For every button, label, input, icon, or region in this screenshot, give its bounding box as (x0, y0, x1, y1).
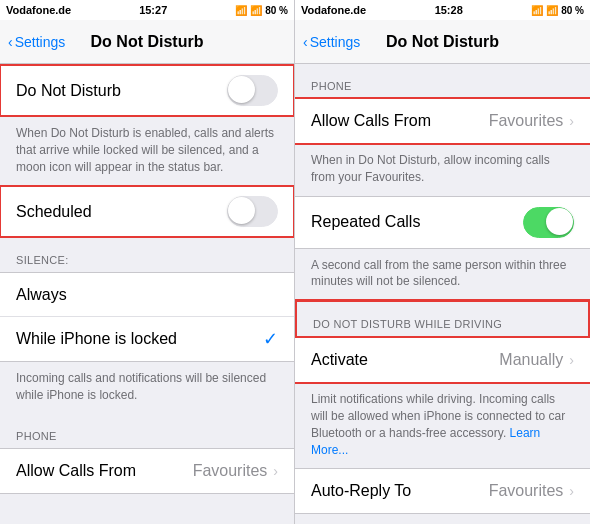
dnd-description: When Do Not Disturb is enabled, calls an… (0, 117, 294, 185)
auto-reply-row[interactable]: Auto-Reply To Favourites › (295, 469, 590, 513)
always-label: Always (16, 286, 278, 304)
checkmark-icon: ✓ (263, 328, 278, 350)
phone-header-right: PHONE (295, 64, 590, 98)
auto-reply-label: Auto-Reply To (311, 482, 489, 500)
status-left-right: Vodafone.de (301, 4, 366, 16)
scheduled-label: Scheduled (16, 203, 227, 221)
time-left: 15:27 (139, 4, 167, 16)
status-left: Vodafone.de (6, 4, 71, 16)
nav-title-left: Do Not Disturb (91, 33, 204, 51)
dnd-row[interactable]: Do Not Disturb (0, 65, 294, 116)
allow-calls-value-left: Favourites (193, 462, 268, 480)
repeated-calls-group: Repeated Calls (295, 196, 590, 249)
bluetooth-icon-left: 📶 (250, 5, 262, 16)
allow-calls-chevron-left: › (273, 463, 278, 479)
bluetooth-icon-right: 📶 (546, 5, 558, 16)
while-locked-label: While iPhone is locked (16, 330, 263, 348)
auto-reply-value: Favourites (489, 482, 564, 500)
nav-bar-inner-right: ‹ Settings Do Not Disturb (303, 34, 582, 50)
nav-bar-right: ‹ Settings Do Not Disturb (295, 20, 590, 64)
dnd-toggle[interactable] (227, 75, 278, 106)
status-right-left: 📶 📶 80 % (235, 5, 288, 16)
dnd-driving-header: DO NOT DISTURB WHILE DRIVING (295, 300, 590, 338)
activate-row[interactable]: Activate Manually › (295, 338, 590, 382)
allow-calls-row-left[interactable]: Allow Calls From Favourites › (0, 449, 294, 493)
repeated-calls-toggle[interactable] (523, 207, 574, 238)
allow-calls-chevron-right: › (569, 113, 574, 129)
always-row[interactable]: Always (0, 273, 294, 317)
allow-calls-description: When in Do Not Disturb, allow incoming c… (295, 144, 590, 196)
repeated-calls-toggle-thumb (546, 208, 573, 235)
activate-description: Limit notifications while driving. Incom… (295, 383, 590, 468)
while-locked-description: Incoming calls and notifications will be… (0, 362, 294, 414)
wifi-icon-left: 📶 (235, 5, 247, 16)
back-label-left: Settings (15, 34, 66, 50)
repeated-calls-description: A second call from the same person withi… (295, 249, 590, 301)
activate-value: Manually (499, 351, 563, 369)
battery-right: 80 % (561, 5, 584, 16)
wifi-icon-right: 📶 (531, 5, 543, 16)
back-label-right: Settings (310, 34, 361, 50)
scheduled-row[interactable]: Scheduled (0, 186, 294, 237)
phone-header-left: PHONE (0, 414, 294, 448)
allow-calls-row-right[interactable]: Allow Calls From Favourites › (295, 99, 590, 143)
allow-calls-value-right: Favourites (489, 112, 564, 130)
activate-chevron: › (569, 352, 574, 368)
battery-left: 80 % (265, 5, 288, 16)
dnd-toggle-thumb (228, 76, 255, 103)
allow-calls-label-right: Allow Calls From (311, 112, 489, 130)
auto-reply-chevron: › (569, 483, 574, 499)
activate-group: Activate Manually › (295, 338, 590, 383)
status-right-right: 📶 📶 80 % (531, 5, 584, 16)
status-bar-left: Vodafone.de 15:27 📶 📶 80 % (0, 0, 294, 20)
nav-bar-inner-left: ‹ Settings Do Not Disturb (8, 34, 286, 50)
back-chevron-left: ‹ (8, 34, 13, 50)
scheduled-toggle-thumb (228, 197, 255, 224)
phone-group-left: Allow Calls From Favourites › (0, 448, 294, 494)
silence-header: SILENCE: (0, 238, 294, 272)
time-right: 15:28 (435, 4, 463, 16)
content-left: Do Not Disturb When Do Not Disturb is en… (0, 64, 294, 494)
while-locked-row[interactable]: While iPhone is locked ✓ (0, 317, 294, 361)
activate-label: Activate (311, 351, 499, 369)
nav-bar-left: ‹ Settings Do Not Disturb (0, 20, 294, 64)
scheduled-toggle[interactable] (227, 196, 278, 227)
allow-calls-label-left: Allow Calls From (16, 462, 193, 480)
carrier-right: Vodafone.de (301, 4, 366, 16)
back-button-right[interactable]: ‹ Settings (303, 34, 360, 50)
scheduled-group: Scheduled (0, 185, 294, 238)
status-bar-right: Vodafone.de 15:28 📶 📶 80 % (295, 0, 590, 20)
repeated-calls-label: Repeated Calls (311, 213, 523, 231)
back-button-left[interactable]: ‹ Settings (8, 34, 65, 50)
silence-group: Always While iPhone is locked ✓ (0, 272, 294, 362)
panel-right: Vodafone.de 15:28 📶 📶 80 % ‹ Settings Do… (295, 0, 590, 524)
back-chevron-right: ‹ (303, 34, 308, 50)
carrier-left: Vodafone.de (6, 4, 71, 16)
panel-left: Vodafone.de 15:27 📶 📶 80 % ‹ Settings Do… (0, 0, 295, 524)
dnd-group: Do Not Disturb (0, 64, 294, 117)
auto-reply-group: Auto-Reply To Favourites › (295, 468, 590, 514)
nav-title-right: Do Not Disturb (386, 33, 499, 51)
allow-calls-group: Allow Calls From Favourites › (295, 98, 590, 144)
dnd-label: Do Not Disturb (16, 82, 227, 100)
repeated-calls-row[interactable]: Repeated Calls (295, 197, 590, 248)
content-right: PHONE Allow Calls From Favourites › When… (295, 64, 590, 514)
